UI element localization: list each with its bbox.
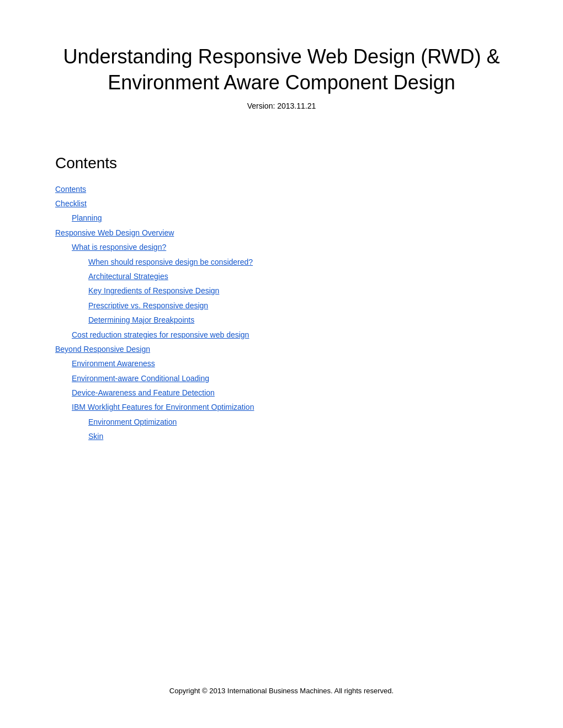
what-is-link[interactable]: What is responsive design? [72, 243, 166, 251]
environment-conditional-link[interactable]: Environment-aware Conditional Loading [72, 374, 209, 383]
footer: Copyright © 2013 International Business … [55, 665, 508, 695]
environment-awareness-link[interactable]: Environment Awareness [72, 359, 155, 368]
toc-item-what-is: What is responsive design? [55, 241, 508, 253]
toc-item-checklist: Checklist [55, 197, 508, 210]
skin-link[interactable]: Skin [88, 432, 103, 441]
toc-item-environment-conditional: Environment-aware Conditional Loading [55, 372, 508, 384]
version-text: Version: 2013.11.21 [55, 101, 508, 110]
when-should-link[interactable]: When should responsive design be conside… [88, 258, 253, 266]
planning-link[interactable]: Planning [72, 213, 102, 222]
toc-item-environment-optimization: Environment Optimization [55, 416, 508, 428]
toc-item-beyond: Beyond Responsive Design [55, 343, 508, 355]
environment-optimization-link[interactable]: Environment Optimization [88, 417, 177, 426]
contents-link[interactable]: Contents [55, 185, 86, 194]
device-awareness-link[interactable]: Device-Awareness and Feature Detection [72, 388, 215, 397]
prescriptive-link[interactable]: Prescriptive vs. Responsive design [88, 301, 208, 310]
toc-item-environment-awareness: Environment Awareness [55, 357, 508, 370]
toc-item-when-should: When should responsive design be conside… [55, 256, 508, 268]
toc-item-planning: Planning [55, 212, 508, 224]
contents-heading: Contents [55, 154, 508, 172]
beyond-link[interactable]: Beyond Responsive Design [55, 345, 150, 354]
rwd-overview-link[interactable]: Responsive Web Design Overview [55, 228, 174, 237]
toc-item-prescriptive: Prescriptive vs. Responsive design [55, 299, 508, 312]
architectural-link[interactable]: Architectural Strategies [88, 272, 168, 281]
toc-item-architectural: Architectural Strategies [55, 270, 508, 282]
toc-item-cost-reduction: Cost reduction strategies for responsive… [55, 329, 508, 341]
main-title: Understanding Responsive Web Design (RWD… [55, 44, 508, 96]
toc-item-device-awareness: Device-Awareness and Feature Detection [55, 387, 508, 399]
toc-item-contents: Contents [55, 183, 508, 195]
footer-text: Copyright © 2013 International Business … [55, 687, 508, 695]
toc-item-rwd-overview: Responsive Web Design Overview [55, 227, 508, 239]
toc-list: Contents Checklist Planning Responsive W… [55, 183, 508, 443]
determining-link[interactable]: Determining Major Breakpoints [88, 315, 194, 324]
toc-item-key-ingredients: Key Ingredients of Responsive Design [55, 285, 508, 297]
checklist-link[interactable]: Checklist [55, 199, 87, 208]
key-ingredients-link[interactable]: Key Ingredients of Responsive Design [88, 286, 219, 295]
contents-section: Contents Contents Checklist Planning Res… [55, 154, 508, 665]
title-section: Understanding Responsive Web Design (RWD… [55, 44, 508, 110]
ibm-worklight-link[interactable]: IBM Worklight Features for Environment O… [72, 403, 254, 411]
toc-item-determining: Determining Major Breakpoints [55, 314, 508, 326]
page-container: Understanding Responsive Web Design (RWD… [0, 0, 563, 728]
toc-item-skin: Skin [55, 430, 508, 442]
cost-reduction-link[interactable]: Cost reduction strategies for responsive… [72, 330, 249, 339]
toc-item-ibm-worklight: IBM Worklight Features for Environment O… [55, 401, 508, 413]
